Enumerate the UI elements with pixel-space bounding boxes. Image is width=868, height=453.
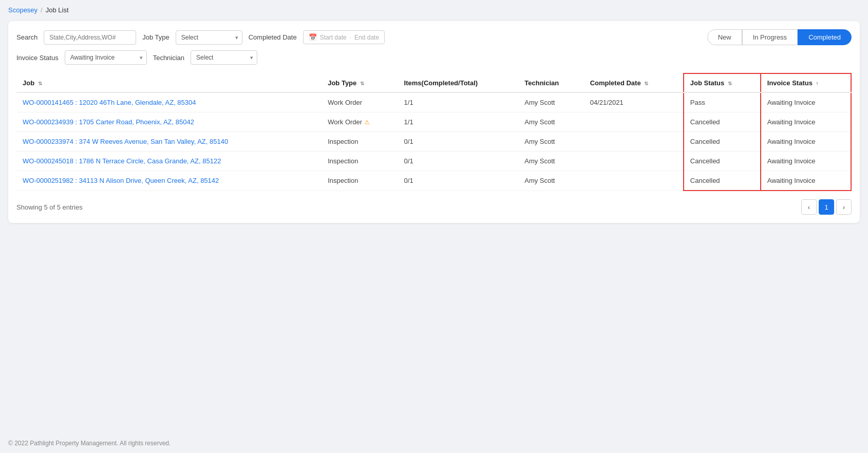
cell-job-status: Cancelled xyxy=(684,112,761,132)
sort-icon-completed-date xyxy=(644,81,648,86)
invoice-status-label: Invoice Status xyxy=(16,54,59,62)
status-tabs: New In Progress Completed xyxy=(707,29,852,45)
completed-date-label: Completed Date xyxy=(249,33,297,41)
cell-completed-date: 04/21/2021 xyxy=(584,92,684,112)
col-header-job[interactable]: Job xyxy=(16,73,322,92)
table-row: WO-0000245018 : 1786 N Terrace Circle, C… xyxy=(16,152,851,171)
invoice-status-select[interactable]: Awaiting Invoice xyxy=(65,50,147,65)
cell-job-type: Inspection xyxy=(322,171,398,191)
job-link[interactable]: WO-0000245018 : 1786 N Terrace Circle, C… xyxy=(23,157,221,165)
showing-entries: Showing 5 of 5 entries xyxy=(16,203,83,211)
table-row: WO-0000251982 : 34113 N Alison Drive, Qu… xyxy=(16,171,851,191)
table-body: WO-0000141465 : 12020 46Th Lane, Glendal… xyxy=(16,92,851,191)
cell-job-type: Work Order⚠ xyxy=(322,112,398,132)
cell-invoice-status: Awaiting Invoice xyxy=(761,152,851,171)
tab-in-progress[interactable]: In Progress xyxy=(742,29,798,45)
cell-invoice-status: Awaiting Invoice xyxy=(761,92,851,112)
sort-icon-job-status xyxy=(728,81,732,86)
job-link[interactable]: WO-0000233974 : 374 W Reeves Avenue, San… xyxy=(23,138,228,145)
breadcrumb-page: Job List xyxy=(46,6,69,14)
col-header-technician: Technician xyxy=(518,73,583,92)
search-input[interactable] xyxy=(44,30,136,45)
cell-invoice-status: Awaiting Invoice xyxy=(761,112,851,132)
technician-label: Technician xyxy=(153,54,184,62)
breadcrumb-separator: / xyxy=(41,6,43,14)
cell-job: WO-0000234939 : 1705 Carter Road, Phoeni… xyxy=(16,112,322,132)
cell-invoice-status: Awaiting Invoice xyxy=(761,171,851,191)
col-header-invoice-status[interactable]: Invoice Status ↑ xyxy=(761,73,851,92)
col-header-job-type[interactable]: Job Type xyxy=(322,73,398,92)
invoice-status-select-wrapper: Awaiting Invoice xyxy=(65,50,147,65)
cell-job: WO-0000141465 : 12020 46Th Lane, Glendal… xyxy=(16,92,322,112)
next-page-button[interactable]: › xyxy=(836,199,852,215)
cell-job-status: Cancelled xyxy=(684,171,761,191)
table-row: WO-0000234939 : 1705 Carter Road, Phoeni… xyxy=(16,112,851,132)
pagination-controls: ‹ 1 › xyxy=(801,199,852,215)
cell-items: 1/1 xyxy=(398,112,519,132)
sort-icon-invoice-status: ↑ xyxy=(816,81,819,86)
job-table: Job Job Type Items(Completed/Total) Tech… xyxy=(16,73,852,191)
cell-invoice-status: Awaiting Invoice xyxy=(761,132,851,152)
cell-job-status: Pass xyxy=(684,92,761,112)
job-type-select[interactable]: Select xyxy=(176,30,242,45)
col-header-completed-date[interactable]: Completed Date xyxy=(584,73,684,92)
technician-select[interactable]: Select xyxy=(191,50,257,65)
cell-items: 0/1 xyxy=(398,152,519,171)
page-1-button[interactable]: 1 xyxy=(819,199,834,215)
col-header-job-status[interactable]: Job Status xyxy=(684,73,761,92)
search-label: Search xyxy=(16,33,37,41)
job-table-wrapper: Job Job Type Items(Completed/Total) Tech… xyxy=(16,73,852,191)
technician-select-wrapper: Select xyxy=(191,50,257,65)
cell-completed-date xyxy=(584,132,684,152)
cell-job-status: Cancelled xyxy=(684,152,761,171)
main-content: Scopesey / Job List Search Job Type Sele… xyxy=(0,0,868,433)
cell-job-status: Cancelled xyxy=(684,132,761,152)
cell-job: WO-0000245018 : 1786 N Terrace Circle, C… xyxy=(16,152,322,171)
date-separator: · xyxy=(350,34,351,41)
footer: © 2022 Pathlight Property Management. Al… xyxy=(0,433,868,453)
col-header-items: Items(Completed/Total) xyxy=(398,73,519,92)
job-link[interactable]: WO-0000251982 : 34113 N Alison Drive, Qu… xyxy=(23,177,219,184)
cell-technician: Amy Scott xyxy=(518,171,583,191)
page-wrapper: Scopesey / Job List Search Job Type Sele… xyxy=(0,0,868,453)
breadcrumb: Scopesey / Job List xyxy=(8,6,860,14)
cell-job-type: Inspection xyxy=(322,132,398,152)
tab-new[interactable]: New xyxy=(707,29,742,45)
end-date-placeholder: End date xyxy=(354,34,379,41)
cell-technician: Amy Scott xyxy=(518,132,583,152)
prev-page-button[interactable]: ‹ xyxy=(801,199,817,215)
cell-technician: Amy Scott xyxy=(518,112,583,132)
job-list-card: Search Job Type Select Completed Date 📅 … xyxy=(8,21,860,223)
table-row: WO-0000233974 : 374 W Reeves Avenue, San… xyxy=(16,132,851,152)
tab-completed[interactable]: Completed xyxy=(798,29,852,45)
table-header-row: Job Job Type Items(Completed/Total) Tech… xyxy=(16,73,851,92)
cell-items: 0/1 xyxy=(398,171,519,191)
table-row: WO-0000141465 : 12020 46Th Lane, Glendal… xyxy=(16,92,851,112)
sort-icon-job-type xyxy=(360,81,364,86)
job-link[interactable]: WO-0000234939 : 1705 Carter Road, Phoeni… xyxy=(23,118,194,126)
filters-row2: Invoice Status Awaiting Invoice Technici… xyxy=(16,50,852,65)
copyright-text: © 2022 Pathlight Property Management. Al… xyxy=(8,440,171,447)
cell-technician: Amy Scott xyxy=(518,92,583,112)
start-date-placeholder: Start date xyxy=(320,34,347,41)
job-type-select-wrapper: Select xyxy=(176,30,242,45)
cell-completed-date xyxy=(584,152,684,171)
cell-job: WO-0000233974 : 374 W Reeves Avenue, San… xyxy=(16,132,322,152)
cell-technician: Amy Scott xyxy=(518,152,583,171)
cell-job-type: Work Order xyxy=(322,92,398,112)
date-range-picker[interactable]: 📅 Start date · End date xyxy=(303,30,385,44)
cell-job: WO-0000251982 : 34113 N Alison Drive, Qu… xyxy=(16,171,322,191)
warning-icon: ⚠ xyxy=(364,119,370,126)
job-type-label: Job Type xyxy=(142,33,169,41)
cell-completed-date xyxy=(584,171,684,191)
calendar-icon: 📅 xyxy=(309,33,317,41)
cell-job-type: Inspection xyxy=(322,152,398,171)
cell-items: 1/1 xyxy=(398,92,519,112)
cell-completed-date xyxy=(584,112,684,132)
sort-icon-job xyxy=(38,81,42,86)
pagination-row: Showing 5 of 5 entries ‹ 1 › xyxy=(16,199,852,215)
job-link[interactable]: WO-0000141465 : 12020 46Th Lane, Glendal… xyxy=(23,99,196,106)
filters-row1: Search Job Type Select Completed Date 📅 … xyxy=(16,29,852,45)
cell-items: 0/1 xyxy=(398,132,519,152)
breadcrumb-company[interactable]: Scopesey xyxy=(8,6,37,14)
